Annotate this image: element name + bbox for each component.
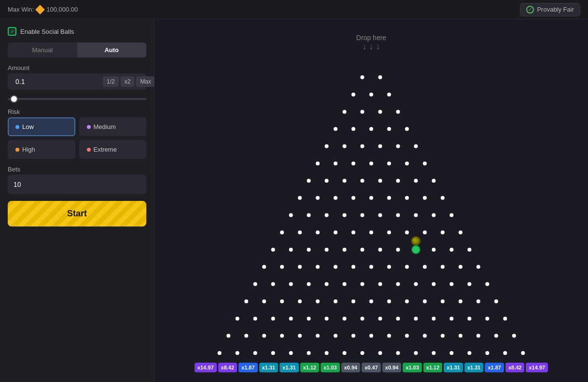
risk-high-label: High (22, 146, 35, 153)
medium-dot (87, 125, 91, 129)
half-button[interactable]: 1/2 (103, 76, 119, 87)
start-button[interactable]: Start (8, 201, 146, 226)
plinko-canvas (154, 48, 588, 368)
risk-section: Risk Low Medium High Extreme (8, 108, 146, 159)
max-button[interactable]: Max (136, 76, 155, 87)
multiplier-item: x1.12 (300, 363, 320, 372)
amount-section: Amount 1/2 x2 Max (8, 64, 146, 101)
multiplier-bar: x14.97x8.42x1.87x1.31x1.31x1.12x1.03x0.9… (195, 363, 548, 372)
risk-low-button[interactable]: Low (8, 117, 75, 136)
multiplier-item: x1.31 (259, 363, 279, 372)
multiplier-item: x1.03 (321, 363, 340, 372)
amount-input[interactable] (15, 78, 100, 85)
amount-buttons: 1/2 x2 Max (103, 76, 155, 87)
high-dot (15, 148, 19, 152)
game-area: Drop here ↓ ↓ ↓ x14.97x8.42x1.87x1.31x1.… (154, 19, 588, 382)
multiplier-item: x8.42 (218, 363, 238, 372)
multiplier-item: x1.87 (485, 363, 504, 372)
multiplier-item: x14.97 (526, 363, 548, 372)
risk-low-label: Low (22, 123, 34, 130)
multiplier-item: x1.03 (403, 363, 422, 372)
amount-label: Amount (8, 64, 146, 71)
bets-section: Bets (8, 166, 146, 194)
multiplier-item: x0.94 (341, 363, 361, 372)
provably-fair-button[interactable]: ✓ Provably Fair (520, 3, 580, 16)
drop-here-label: Drop here (356, 34, 386, 42)
bets-label: Bets (8, 166, 146, 173)
header: Max Win: 100,000.00 ✓ Provably Fair (0, 0, 588, 19)
multiplier-item: x0.94 (382, 363, 402, 372)
provably-fair-label: Provably Fair (537, 6, 574, 13)
multiplier-item: x0.47 (362, 363, 381, 372)
check-icon: ✓ (526, 6, 534, 14)
amount-row: 1/2 x2 Max (8, 73, 146, 90)
double-button[interactable]: x2 (121, 76, 135, 87)
enable-social-row: ✓ Enable Social Balls (8, 27, 146, 36)
risk-medium-button[interactable]: Medium (79, 117, 147, 136)
amount-diamond-icon (10, 79, 15, 84)
max-win-display: Max Win: 100,000.00 (8, 6, 78, 13)
risk-extreme-button[interactable]: Extreme (79, 140, 147, 159)
mode-toggle: Manual Auto (8, 42, 146, 57)
multiplier-item: x1.31 (280, 363, 299, 372)
manual-mode-button[interactable]: Manual (8, 42, 77, 57)
risk-grid: Low Medium High Extreme (8, 117, 146, 159)
risk-extreme-label: Extreme (94, 146, 117, 153)
bets-input[interactable] (8, 175, 146, 194)
max-win-label: Max Win: (8, 6, 34, 13)
enable-social-checkbox[interactable]: ✓ (8, 27, 16, 36)
extreme-dot (87, 148, 91, 152)
multiplier-item: x1.31 (464, 363, 484, 372)
risk-medium-label: Medium (94, 123, 116, 130)
sidebar: ✓ Enable Social Balls Manual Auto Amount… (0, 19, 154, 382)
max-win-value: 100,000.00 (46, 6, 78, 13)
multiplier-item: x8.42 (505, 363, 525, 372)
risk-label: Risk (8, 108, 146, 115)
multiplier-item: x1.31 (444, 363, 463, 372)
multiplier-item: x14.97 (195, 363, 217, 372)
main-layout: ✓ Enable Social Balls Manual Auto Amount… (0, 19, 588, 382)
risk-high-button[interactable]: High (8, 140, 75, 159)
auto-mode-button[interactable]: Auto (77, 42, 147, 57)
enable-social-label: Enable Social Balls (20, 28, 74, 35)
low-dot (15, 125, 19, 129)
multiplier-item: x1.87 (238, 363, 258, 372)
multiplier-item: x1.12 (423, 363, 443, 372)
diamond-icon (35, 5, 45, 14)
amount-slider[interactable] (8, 98, 146, 100)
